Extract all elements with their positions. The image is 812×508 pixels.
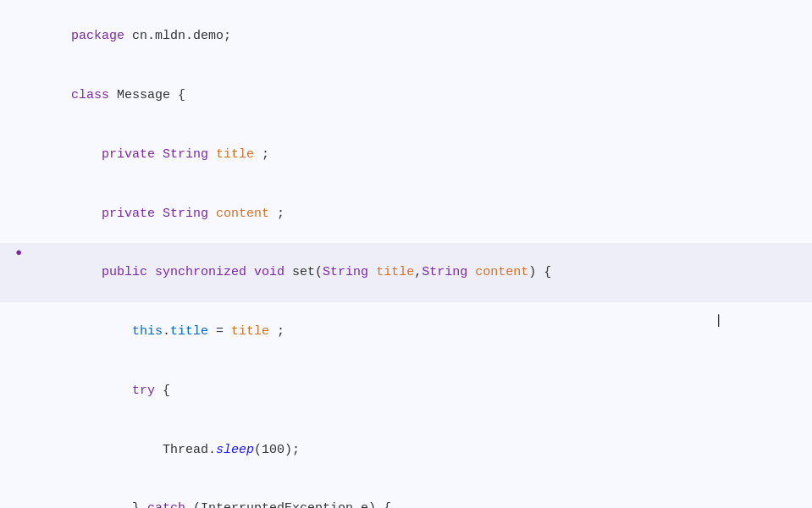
line-content-7: try { — [25, 362, 170, 421]
code-line-4: private String content ; — [0, 184, 812, 243]
code-line-1: package cn.mldn.demo; — [0, 7, 812, 66]
code-line-6: this.title = title ; — [0, 302, 812, 362]
line-content-2: class Message { — [25, 66, 185, 125]
code-line-9: } catch (InterruptedException e) { — [0, 479, 812, 508]
line-content-1: package cn.mldn.demo; — [25, 7, 231, 66]
code-line-5: ● public synchronized void set(String ti… — [0, 243, 812, 302]
line-content-9: } catch (InterruptedException e) { — [25, 479, 391, 508]
code-editor: package cn.mldn.demo; class Message { pr… — [0, 0, 812, 508]
line-content-3: private String title ; — [25, 125, 269, 185]
line-content-6: this.title = title ; — [25, 302, 284, 362]
code-line-7: try { — [0, 362, 812, 421]
code-line-3: private String title ; — [0, 125, 812, 185]
gutter-5: ● — [7, 245, 22, 262]
code-line-2: class Message { — [0, 66, 812, 125]
code-line-8: Thread.sleep(100); — [0, 420, 812, 479]
line-content-8: Thread.sleep(100); — [25, 420, 300, 479]
line-content-5: public synchronized void set(String titl… — [25, 243, 551, 302]
line-content-4: private String content ; — [25, 184, 284, 243]
